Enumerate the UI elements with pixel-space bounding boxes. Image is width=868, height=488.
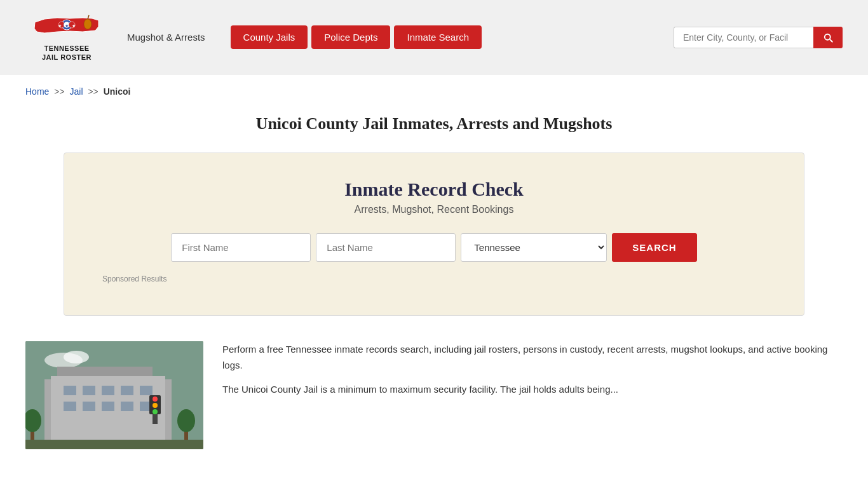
search-icon: [822, 32, 834, 43]
content-text: Perform a free Tennessee inmate records …: [222, 341, 843, 405]
svg-rect-23: [102, 402, 114, 411]
inmate-search-button[interactable]: Inmate Search: [394, 25, 482, 49]
header-search-input[interactable]: [674, 27, 813, 48]
svg-point-12: [64, 351, 89, 363]
inmate-search-form: Tennessee Alabama Georgia SEARCH: [102, 233, 766, 262]
content-paragraph-1: Perform a free Tennessee inmate records …: [222, 341, 843, 374]
content-paragraph-2: The Unicoi County Jail is a minimum to m…: [222, 381, 843, 398]
svg-rect-19: [121, 386, 133, 395]
breadcrumb-sep2: >>: [88, 86, 98, 97]
page-title-section: Unicoi County Jail Inmates, Arrests and …: [0, 108, 868, 152]
first-name-input[interactable]: [171, 233, 311, 262]
breadcrumb-home-link[interactable]: Home: [25, 86, 49, 97]
svg-rect-20: [140, 386, 153, 395]
inmate-search-button[interactable]: SEARCH: [612, 233, 696, 262]
svg-rect-18: [102, 386, 114, 395]
record-check-subtitle: Arrests, Mugshot, Recent Bookings: [102, 204, 766, 215]
svg-rect-21: [64, 402, 76, 411]
svg-point-8: [84, 19, 92, 29]
svg-point-35: [153, 409, 158, 414]
nav-buttons: County Jails Police Depts Inmate Search: [231, 25, 482, 49]
county-jails-button[interactable]: County Jails: [231, 25, 308, 49]
tennessee-map-icon: ★ ★ ★: [32, 13, 102, 41]
sponsored-results-label: Sponsored Results: [102, 274, 766, 283]
svg-point-30: [177, 409, 195, 432]
svg-point-34: [153, 403, 158, 408]
svg-rect-24: [121, 402, 133, 411]
svg-rect-17: [83, 386, 95, 395]
record-check-box: Inmate Record Check Arrests, Mugshot, Re…: [64, 152, 804, 316]
svg-text:★: ★: [72, 24, 76, 29]
svg-rect-16: [64, 386, 76, 395]
last-name-input[interactable]: [316, 233, 456, 262]
jail-building-image: [25, 341, 203, 449]
svg-text:★: ★: [65, 24, 69, 29]
svg-rect-26: [25, 440, 203, 449]
page-title: Unicoi County Jail Inmates, Arrests and …: [25, 114, 843, 133]
breadcrumb-current: Unicoi: [104, 86, 131, 97]
record-check-title: Inmate Record Check: [102, 179, 766, 200]
header-search-area: [674, 27, 843, 48]
content-section: Perform a free Tennessee inmate records …: [0, 335, 868, 468]
police-depts-button[interactable]: Police Depts: [311, 25, 390, 49]
svg-text:★: ★: [58, 24, 62, 29]
state-select[interactable]: Tennessee Alabama Georgia: [461, 233, 607, 262]
breadcrumb: Home >> Jail >> Unicoi: [0, 75, 868, 108]
header: ★ ★ ★ TENNESSEE JAIL ROSTER Mugshot & Ar…: [0, 0, 868, 75]
svg-point-33: [153, 396, 158, 402]
breadcrumb-jail-link[interactable]: Jail: [70, 86, 83, 97]
logo-text: TENNESSEE JAIL ROSTER: [42, 44, 92, 62]
svg-rect-22: [83, 402, 95, 411]
header-search-button[interactable]: [813, 27, 843, 48]
breadcrumb-sep1: >>: [54, 86, 64, 97]
mugshot-arrests-link[interactable]: Mugshot & Arrests: [127, 32, 205, 43]
logo-area: ★ ★ ★ TENNESSEE JAIL ROSTER: [25, 13, 108, 62]
building-svg: [25, 341, 203, 449]
